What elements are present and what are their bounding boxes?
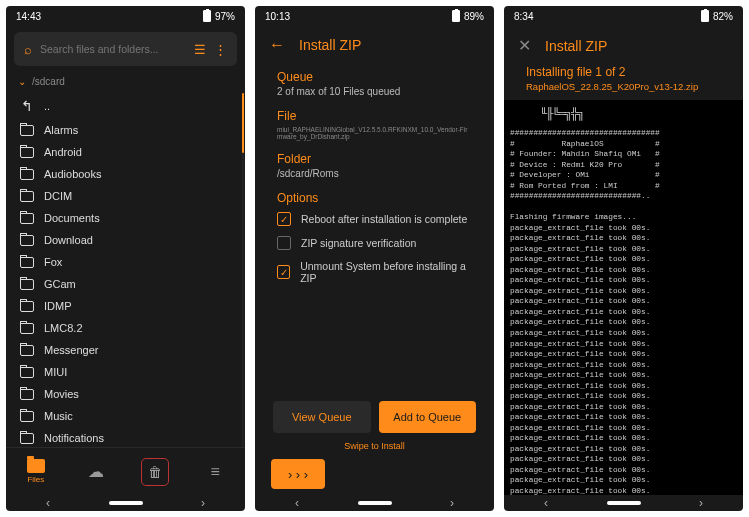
system-nav: ‹ › — [255, 495, 494, 511]
nav-recent-icon[interactable]: › — [201, 496, 205, 510]
swipe-handle[interactable]: › › › — [271, 459, 325, 489]
folder-icon — [20, 125, 34, 136]
list-item[interactable]: Fox — [6, 251, 245, 273]
install-progress-header: Installing file 1 of 2 RaphaelOS_22.8.25… — [504, 65, 743, 100]
nav-home-pill[interactable] — [358, 501, 392, 505]
checkbox-reboot[interactable]: ✓ — [277, 212, 291, 226]
battery-percent: 89% — [464, 11, 484, 22]
nav-recent-icon[interactable]: › — [699, 496, 703, 510]
list-item[interactable]: Messenger — [6, 339, 245, 361]
list-item[interactable]: Movies — [6, 383, 245, 405]
option-reboot-label: Reboot after installation is complete — [301, 213, 467, 225]
add-to-queue-button[interactable]: Add to Queue — [379, 401, 477, 433]
more-icon[interactable]: ⋮ — [214, 42, 227, 57]
folder-name: Fox — [44, 256, 62, 268]
list-item-up[interactable]: ↰ .. — [6, 93, 245, 119]
option-sigverify[interactable]: ✓ ZIP signature verification — [277, 231, 472, 255]
queue-title: Queue — [277, 70, 472, 84]
nav-back-icon[interactable]: ‹ — [295, 496, 299, 510]
options-label: Options — [277, 191, 472, 205]
folder-icon — [20, 279, 34, 290]
folder-section[interactable]: Folder /sdcard/Roms — [255, 146, 494, 185]
folder-name: Notifications — [44, 432, 104, 444]
cloud-icon: ☁ — [88, 462, 104, 481]
close-icon[interactable]: ✕ — [518, 36, 531, 55]
battery-percent: 82% — [713, 11, 733, 22]
filter-icon[interactable]: ☰ — [194, 42, 206, 57]
list-item[interactable]: Alarms — [6, 119, 245, 141]
nav-home-pill[interactable] — [607, 501, 641, 505]
queue-sub: 2 of max of 10 Files queued — [277, 86, 472, 97]
battery-icon — [452, 10, 460, 22]
path-row[interactable]: ⌄ /sdcard — [6, 72, 245, 93]
scrollbar-thumb[interactable] — [242, 93, 244, 153]
battery-icon — [203, 10, 211, 22]
list-item[interactable]: LMC8.2 — [6, 317, 245, 339]
folder-label: Folder — [277, 152, 472, 166]
folder-name: Documents — [44, 212, 100, 224]
folder-name: Android — [44, 146, 82, 158]
list-item[interactable]: GCam — [6, 273, 245, 295]
option-reboot[interactable]: ✓ Reboot after installation is complete — [277, 207, 472, 231]
phone-install-options: 10:13 89% ← Install ZIP Queue 2 of max o… — [255, 6, 494, 511]
bottom-nav: Files ☁ 🗑 ≡ — [6, 447, 245, 495]
nav-back-icon[interactable]: ‹ — [46, 496, 50, 510]
list-item[interactable]: MIUI — [6, 361, 245, 383]
install-file: RaphaelOS_22.8.25_K20Pro_v13-12.zip — [526, 81, 721, 92]
clock: 14:43 — [16, 11, 41, 22]
folder-name: LMC8.2 — [44, 322, 83, 334]
list-item[interactable]: Audiobooks — [6, 163, 245, 185]
folder-icon — [20, 147, 34, 158]
list-item[interactable]: DCIM — [6, 185, 245, 207]
trash-icon: 🗑 — [141, 458, 169, 486]
folder-icon — [20, 433, 34, 444]
folder-icon — [20, 169, 34, 180]
list-item[interactable]: Download — [6, 229, 245, 251]
checkbox-unmount[interactable]: ✓ — [277, 265, 290, 279]
nav-menu[interactable]: ≡ — [195, 463, 235, 481]
nav-cloud[interactable]: ☁ — [76, 462, 116, 481]
option-sigverify-label: ZIP signature verification — [301, 237, 416, 249]
queue-section: Queue 2 of max of 10 Files queued — [255, 64, 494, 103]
back-arrow-icon[interactable]: ← — [269, 36, 285, 54]
clock: 8:34 — [514, 11, 533, 22]
file-list[interactable]: ↰ .. AlarmsAndroidAudiobooksDCIMDocument… — [6, 93, 245, 447]
nav-home-pill[interactable] — [109, 501, 143, 505]
page-title: Install ZIP — [545, 38, 607, 54]
swipe-label: Swipe to Install — [255, 437, 494, 455]
search-bar[interactable]: ⌕ ☰ ⋮ — [14, 32, 237, 66]
list-item[interactable]: IDMP — [6, 295, 245, 317]
install-log[interactable]: ╙╟╚═╗╬╗################################ … — [504, 100, 743, 495]
search-input[interactable] — [40, 43, 186, 55]
folder-name: MIUI — [44, 366, 67, 378]
list-item[interactable]: Notifications — [6, 427, 245, 447]
checkbox-sigverify[interactable]: ✓ — [277, 236, 291, 250]
search-icon: ⌕ — [24, 42, 32, 57]
phone-install-log: 8:34 82% ✕ Install ZIP Installing file 1… — [504, 6, 743, 511]
view-queue-button[interactable]: View Queue — [273, 401, 371, 433]
page-title: Install ZIP — [299, 37, 361, 53]
folder-name: Movies — [44, 388, 79, 400]
list-item[interactable]: Android — [6, 141, 245, 163]
list-item[interactable]: Documents — [6, 207, 245, 229]
folder-icon — [20, 191, 34, 202]
file-section: File miui_RAPHAELININGlobal_V12.5.5.0.RF… — [255, 103, 494, 146]
swipe-bar[interactable]: › › › — [271, 459, 478, 489]
folder-icon — [20, 301, 34, 312]
list-item[interactable]: Music — [6, 405, 245, 427]
nav-recent-icon[interactable]: › — [450, 496, 454, 510]
folder-icon — [20, 213, 34, 224]
nav-back-icon[interactable]: ‹ — [544, 496, 548, 510]
nav-files[interactable]: Files — [16, 459, 56, 484]
header: ← Install ZIP — [255, 26, 494, 64]
up-label: .. — [44, 100, 50, 112]
nav-trash[interactable]: 🗑 — [135, 458, 175, 486]
option-unmount[interactable]: ✓ Unmount System before installing a ZIP — [277, 255, 472, 289]
folder-name: Audiobooks — [44, 168, 102, 180]
file-value: miui_RAPHAELININGlobal_V12.5.5.0.RFKINXM… — [277, 126, 472, 140]
folder-icon — [20, 345, 34, 356]
clock: 10:13 — [265, 11, 290, 22]
folder-name: Download — [44, 234, 93, 246]
folder-icon — [20, 389, 34, 400]
hamburger-icon: ≡ — [210, 463, 219, 481]
